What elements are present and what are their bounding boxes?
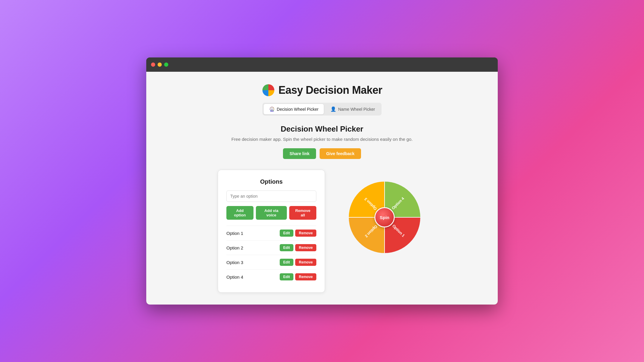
add-via-voice-button[interactable]: Add via voice bbox=[256, 206, 287, 220]
option-4-label: Option 4 bbox=[226, 274, 243, 280]
wheel-container: Option 1 Option 2 Option 3 Option 4 bbox=[343, 170, 426, 259]
share-link-button[interactable]: Share link bbox=[283, 148, 316, 159]
edit-option-1-button[interactable]: Edit bbox=[280, 230, 294, 237]
option-3-actions: Edit Remove bbox=[280, 259, 316, 266]
app-title: Easy Decision Maker bbox=[279, 84, 382, 96]
action-buttons: Share link Give feedback bbox=[164, 148, 480, 159]
option-row-2: Option 2 Edit Remove bbox=[226, 240, 316, 255]
tab-decision-wheel-label: Decision Wheel Picker bbox=[277, 107, 318, 112]
name-tab-icon: 👤 bbox=[330, 106, 336, 112]
remove-all-button[interactable]: Remove all bbox=[289, 206, 316, 220]
add-option-button[interactable]: Add option bbox=[226, 206, 253, 220]
option-row-1: Option 1 Edit Remove bbox=[226, 226, 316, 240]
option-row-3: Option 3 Edit Remove bbox=[226, 255, 316, 269]
app-window: Easy Decision Maker 🎡 Decision Wheel Pic… bbox=[146, 57, 498, 305]
option-row-4: Option 4 Edit Remove bbox=[226, 269, 316, 284]
tab-name-wheel-label: Name Wheel Picker bbox=[338, 107, 375, 112]
option-2-actions: Edit Remove bbox=[280, 244, 316, 251]
remove-option-1-button[interactable]: Remove bbox=[295, 230, 316, 237]
option-3-label: Option 3 bbox=[226, 260, 243, 265]
options-actions: Add option Add via voice Remove all bbox=[226, 206, 316, 220]
remove-option-2-button[interactable]: Remove bbox=[295, 244, 316, 251]
minimize-button[interactable] bbox=[158, 63, 162, 67]
app-header: Easy Decision Maker 🎡 Decision Wheel Pic… bbox=[164, 84, 480, 116]
main-layout: Options Add option Add via voice Remove … bbox=[164, 170, 480, 293]
app-title-row: Easy Decision Maker bbox=[262, 84, 382, 97]
options-panel: Options Add option Add via voice Remove … bbox=[218, 170, 325, 293]
main-content: Easy Decision Maker 🎡 Decision Wheel Pic… bbox=[146, 72, 498, 305]
option-2-label: Option 2 bbox=[226, 245, 243, 250]
edit-option-2-button[interactable]: Edit bbox=[280, 244, 294, 251]
remove-option-4-button[interactable]: Remove bbox=[295, 273, 316, 280]
edit-option-4-button[interactable]: Edit bbox=[280, 273, 294, 280]
titlebar bbox=[146, 57, 498, 72]
section-title: Decision Wheel Picker bbox=[164, 124, 480, 134]
option-1-label: Option 1 bbox=[226, 231, 243, 236]
give-feedback-button[interactable]: Give feedback bbox=[320, 148, 361, 159]
tab-decision-wheel[interactable]: 🎡 Decision Wheel Picker bbox=[264, 104, 324, 114]
option-1-actions: Edit Remove bbox=[280, 230, 316, 237]
remove-option-3-button[interactable]: Remove bbox=[295, 259, 316, 266]
spin-button[interactable]: Spin bbox=[374, 207, 395, 227]
section-description: Free decision maker app. Spin the wheel … bbox=[164, 137, 480, 142]
app-icon bbox=[262, 84, 275, 97]
tab-name-wheel[interactable]: 👤 Name Wheel Picker bbox=[325, 104, 380, 114]
close-button[interactable] bbox=[151, 63, 155, 67]
wheel-tab-icon: 🎡 bbox=[269, 106, 275, 112]
option-input[interactable] bbox=[226, 191, 316, 202]
options-title: Options bbox=[226, 178, 316, 185]
option-4-actions: Edit Remove bbox=[280, 273, 316, 280]
tabs-container: 🎡 Decision Wheel Picker 👤 Name Wheel Pic… bbox=[262, 103, 382, 116]
edit-option-3-button[interactable]: Edit bbox=[280, 259, 294, 266]
maximize-button[interactable] bbox=[164, 63, 168, 67]
wheel-wrapper: Option 1 Option 2 Option 3 Option 4 bbox=[343, 176, 426, 259]
